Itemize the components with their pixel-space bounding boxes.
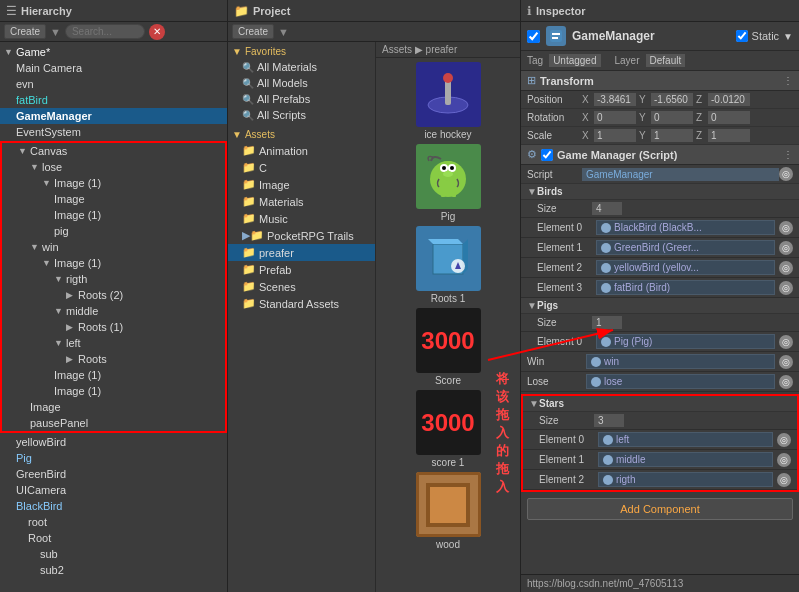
tree-item-yellowbird[interactable]: yellowBird bbox=[0, 434, 227, 450]
asset-ref[interactable]: Pig (Pig) bbox=[596, 334, 775, 349]
element-circle-btn[interactable]: ◎ bbox=[779, 241, 793, 255]
static-checkbox[interactable] bbox=[736, 30, 748, 42]
project-create-btn[interactable]: Create bbox=[232, 24, 274, 39]
asset-ref[interactable]: BlackBird (BlackB... bbox=[596, 220, 775, 235]
hierarchy-search-icon[interactable]: ✕ bbox=[149, 24, 165, 40]
tree-item-blackbird[interactable]: BlackBird bbox=[0, 498, 227, 514]
component-menu[interactable]: ⋮ bbox=[783, 149, 793, 160]
tree-item-game[interactable]: ▼ Game* bbox=[0, 44, 227, 60]
pigs-section-header[interactable]: ▼ Pigs bbox=[521, 298, 799, 314]
folder-standard[interactable]: 📁 Standard Assets bbox=[228, 295, 375, 312]
tree-item-roots2[interactable]: ▶ Roots (2) bbox=[2, 287, 225, 303]
tree-item-image1c[interactable]: Image (1) bbox=[2, 367, 225, 383]
element-circle-btn[interactable]: ◎ bbox=[777, 453, 791, 467]
script-value[interactable]: GameManager bbox=[582, 168, 779, 181]
folder-c[interactable]: 📁 C bbox=[228, 159, 375, 176]
scale-y-input[interactable] bbox=[651, 129, 693, 142]
element-circle-btn[interactable]: ◎ bbox=[779, 281, 793, 295]
rot-y-input[interactable] bbox=[651, 111, 693, 124]
tree-item-evn[interactable]: evn bbox=[0, 76, 227, 92]
static-dropdown[interactable]: ▼ bbox=[783, 31, 793, 42]
transform-menu[interactable]: ⋮ bbox=[783, 75, 793, 86]
asset-item-pig[interactable]: Pig bbox=[380, 144, 516, 222]
lose-circle-btn[interactable]: ◎ bbox=[779, 375, 793, 389]
asset-item-roots1[interactable]: Roots 1 bbox=[380, 226, 516, 304]
tree-item-image2[interactable]: Image bbox=[2, 399, 225, 415]
game-manager-header[interactable]: ⚙ Game Manager (Script) ⋮ bbox=[521, 145, 799, 165]
element-circle-btn[interactable]: ◎ bbox=[779, 335, 793, 349]
rot-x-input[interactable] bbox=[594, 111, 636, 124]
win-asset-ref[interactable]: win bbox=[586, 354, 775, 369]
folder-animation[interactable]: 📁 Animation bbox=[228, 142, 375, 159]
tree-item-eventsystem[interactable]: EventSystem bbox=[0, 124, 227, 140]
tag-value[interactable]: Untagged bbox=[549, 54, 600, 67]
component-active-checkbox[interactable] bbox=[541, 149, 553, 161]
folder-pocketrpg[interactable]: ▶📁 PocketRPG Trails bbox=[228, 227, 375, 244]
tree-item-pig[interactable]: pig bbox=[2, 223, 225, 239]
tree-item-Root[interactable]: Root bbox=[0, 530, 227, 546]
stars-section-header[interactable]: ▼ Stars bbox=[523, 396, 797, 412]
fav-all-scripts[interactable]: 🔍 All Scripts bbox=[228, 107, 375, 123]
win-circle-btn[interactable]: ◎ bbox=[779, 355, 793, 369]
size-input[interactable] bbox=[594, 414, 624, 427]
asset-item-wood[interactable]: wood bbox=[380, 472, 516, 550]
fav-all-materials[interactable]: 🔍 All Materials bbox=[228, 59, 375, 75]
tree-item-fatbird[interactable]: fatBird bbox=[0, 92, 227, 108]
asset-ref[interactable]: middle bbox=[598, 452, 773, 467]
size-input[interactable] bbox=[592, 316, 622, 329]
rot-z-input[interactable] bbox=[708, 111, 750, 124]
asset-item-icehockey[interactable]: ice hockey bbox=[380, 62, 516, 140]
tree-item-pausepanel[interactable]: pausePanel bbox=[2, 415, 225, 431]
asset-ref[interactable]: yellowBird (yellov... bbox=[596, 260, 775, 275]
tree-item-image1d[interactable]: Image (1) bbox=[2, 383, 225, 399]
pos-x-input[interactable] bbox=[594, 93, 636, 106]
add-component-btn[interactable]: Add Component bbox=[527, 498, 793, 520]
tree-item-root[interactable]: root bbox=[0, 514, 227, 530]
tree-item-maincamera[interactable]: Main Camera bbox=[0, 60, 227, 76]
tree-item-sub2[interactable]: sub2 bbox=[0, 562, 227, 578]
asset-ref[interactable]: fatBird (Bird) bbox=[596, 280, 775, 295]
tree-item-left[interactable]: ▼ left bbox=[2, 335, 225, 351]
tree-item-greenbird[interactable]: GreenBird bbox=[0, 466, 227, 482]
folder-materials[interactable]: 📁 Materials bbox=[228, 193, 375, 210]
tree-item-win-image1[interactable]: ▼ Image (1) bbox=[2, 255, 225, 271]
tree-item-image1[interactable]: ▼ Image (1) bbox=[2, 175, 225, 191]
tree-item-image[interactable]: Image bbox=[2, 191, 225, 207]
element-circle-btn[interactable]: ◎ bbox=[777, 473, 791, 487]
tree-item-middle[interactable]: ▼ middle bbox=[2, 303, 225, 319]
tree-item-uicamera[interactable]: UICamera bbox=[0, 482, 227, 498]
hierarchy-create-btn[interactable]: Create bbox=[4, 24, 46, 39]
tree-item-lose[interactable]: ▼ lose bbox=[2, 159, 225, 175]
fav-all-prefabs[interactable]: 🔍 All Prefabs bbox=[228, 91, 375, 107]
tree-item-pig2[interactable]: Pig bbox=[0, 450, 227, 466]
tree-item-win[interactable]: ▼ win bbox=[2, 239, 225, 255]
asset-ref[interactable]: rigth bbox=[598, 472, 773, 487]
asset-item-score[interactable]: 3000 Score bbox=[380, 308, 516, 386]
folder-prefab[interactable]: 📁 Prefab bbox=[228, 261, 375, 278]
layer-value[interactable]: Default bbox=[646, 54, 686, 67]
hierarchy-search-input[interactable] bbox=[65, 24, 145, 39]
tree-item-rigth[interactable]: ▼ rigth bbox=[2, 271, 225, 287]
script-circle-btn[interactable]: ◎ bbox=[779, 167, 793, 181]
element-circle-btn[interactable]: ◎ bbox=[779, 221, 793, 235]
tree-item-roots[interactable]: ▶ Roots bbox=[2, 351, 225, 367]
fav-all-models[interactable]: 🔍 All Models bbox=[228, 75, 375, 91]
asset-ref[interactable]: GreenBird (Greer... bbox=[596, 240, 775, 255]
folder-music[interactable]: 📁 Music bbox=[228, 210, 375, 227]
tree-item-image1b[interactable]: Image (1) bbox=[2, 207, 225, 223]
element-circle-btn[interactable]: ◎ bbox=[779, 261, 793, 275]
asset-ref[interactable]: left bbox=[598, 432, 773, 447]
folder-scenes[interactable]: 📁 Scenes bbox=[228, 278, 375, 295]
scale-x-input[interactable] bbox=[594, 129, 636, 142]
asset-item-score1[interactable]: 3000 score 1 bbox=[380, 390, 516, 468]
tree-item-canvas[interactable]: ▼ Canvas bbox=[2, 143, 225, 159]
folder-preafer[interactable]: 📁 preafer bbox=[228, 244, 375, 261]
transform-header[interactable]: ⊞ Transform ⋮ bbox=[521, 71, 799, 91]
scale-z-input[interactable] bbox=[708, 129, 750, 142]
object-active-checkbox[interactable] bbox=[527, 30, 540, 43]
folder-image[interactable]: 📁 Image bbox=[228, 176, 375, 193]
lose-asset-ref[interactable]: lose bbox=[586, 374, 775, 389]
size-input[interactable] bbox=[592, 202, 622, 215]
tree-item-gamemanager[interactable]: GameManager bbox=[0, 108, 227, 124]
pos-z-input[interactable] bbox=[708, 93, 750, 106]
